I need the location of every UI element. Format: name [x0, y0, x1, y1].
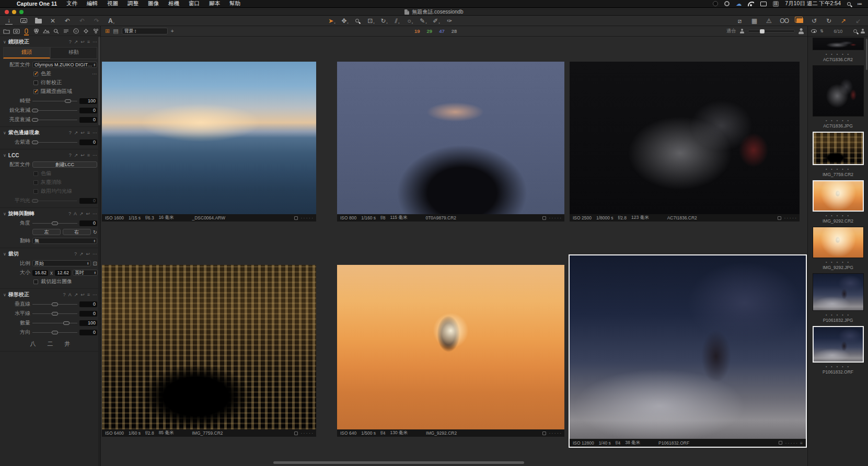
filmstrip-item[interactable]: • • • • • P1061832.ORF [813, 326, 864, 375]
reset-icon[interactable]: ↩ [86, 211, 90, 216]
add-collection-button[interactable]: + [171, 28, 174, 34]
tab-info-icon[interactable] [73, 27, 79, 36]
keystone-cursor-icon[interactable]: ⫽▾ [394, 17, 401, 25]
face-filter-icon[interactable] [860, 29, 865, 33]
lens-tab[interactable]: 鏡頭 [3, 47, 50, 59]
rating-dots[interactable]: · · · · · [300, 215, 313, 220]
menu-window[interactable]: 窗口 [189, 0, 200, 7]
app-menu-title[interactable]: Capture One 11 [17, 1, 57, 7]
proof-view-icon[interactable]: OO [780, 17, 789, 25]
thumbnail-selected[interactable] [813, 326, 864, 363]
lens-profile-dropdown[interactable]: Olympus M.ZUIKO DIGITAL ED 12-1... ▴▾ [32, 62, 97, 68]
spotlight-search-icon[interactable] [847, 2, 851, 6]
filmstrip-item[interactable]: • • • • • IMG_9292.CR2 [813, 180, 864, 224]
light-falloff-slider[interactable] [32, 118, 77, 122]
menu-file[interactable]: 文件 [66, 0, 77, 7]
rating-dots[interactable]: • • • • • [826, 167, 850, 171]
wifi-icon[interactable] [748, 2, 754, 6]
hide-distorted-areas-checkbox[interactable] [33, 89, 38, 94]
export-icon[interactable]: ↗ [840, 17, 847, 25]
defringe-value[interactable]: 0 [79, 139, 97, 145]
rating-dots[interactable]: · · · · · [785, 440, 797, 446]
browser-horizontal-scrollbar[interactable] [273, 461, 524, 464]
crop-cursor-icon[interactable]: ⊡▾ [367, 17, 375, 25]
reset-icon[interactable]: ↩ [80, 292, 85, 297]
delete-image-icon[interactable]: ✕ [49, 17, 56, 25]
pan-cursor-icon[interactable]: ✥▾ [341, 17, 349, 25]
tab-exposure-icon[interactable] [43, 27, 50, 36]
sharpness-falloff-slider[interactable] [32, 108, 77, 113]
rotate-right-icon[interactable]: ↻ [825, 17, 832, 25]
count-orange[interactable]: 19 [414, 28, 420, 34]
open-session-folder-icon[interactable] [34, 17, 42, 25]
rating-dots[interactable]: • • • • • [826, 119, 850, 122]
keystone-horizontal-button[interactable]: 二 [48, 340, 53, 348]
presets-menu-icon[interactable]: ≡ [87, 292, 90, 297]
draw-mask-cursor-icon[interactable]: ✎▾ [420, 17, 427, 25]
thumbnail[interactable] [813, 65, 864, 116]
import-images-icon[interactable]: ↓ [5, 17, 13, 25]
styles-icon[interactable]: A▾ [108, 17, 115, 25]
count-blue[interactable]: 47 [439, 28, 445, 34]
reset-icon[interactable]: ↩ [86, 251, 90, 257]
keystone-amount-value[interactable]: 100 [79, 320, 97, 326]
keystone-aspect-slider[interactable] [32, 330, 77, 335]
undo-icon[interactable]: ↶ [64, 17, 71, 25]
airplay-icon[interactable] [760, 2, 767, 6]
copy-adjustment-icon[interactable]: ↗ [74, 292, 78, 297]
pick-checkbox[interactable] [778, 216, 781, 220]
help-icon[interactable]: ? [69, 130, 72, 135]
help-icon[interactable]: ? [74, 251, 77, 257]
keystone-aspect-value[interactable]: 0 [79, 330, 97, 335]
rating-dots[interactable]: • • • • • [826, 214, 850, 217]
rating-dots[interactable]: • • • • • [826, 313, 850, 317]
movement-tab[interactable]: 移動 [50, 47, 97, 59]
rating-dots[interactable]: • • • • • [826, 260, 850, 264]
rotate-left-button[interactable]: 左 [32, 229, 61, 235]
tab-capture-icon[interactable] [13, 27, 20, 36]
angle-value[interactable]: 0 [79, 220, 97, 226]
rating-dots[interactable]: · · · · · [549, 430, 561, 436]
collapse-chevron-icon[interactable]: ∨ [3, 153, 6, 158]
sharpness-falloff-value[interactable]: 0 [79, 108, 97, 113]
crop-unit-dropdown[interactable]: 英吋 ▴▾ [73, 270, 98, 276]
auto-adjust-icon[interactable]: A [68, 292, 72, 297]
presets-menu-icon[interactable]: ≡ [87, 153, 90, 158]
image-cell[interactable]: ISO 6401/500 sf/4130 毫米 IMG_9292.CR2 · ·… [337, 265, 564, 437]
uniform-light-value[interactable]: 0 [79, 198, 97, 204]
pick-checkbox[interactable] [294, 432, 298, 435]
redo-icon[interactable]: ↷ [93, 17, 100, 25]
angle-slider[interactable] [32, 221, 77, 226]
copy-adjustment-icon[interactable]: ↗ [79, 251, 84, 257]
collapse-chevron-icon[interactable]: ∨ [3, 293, 6, 297]
collapse-chevron-icon[interactable]: ∨ [3, 212, 6, 216]
thumbnail[interactable] [813, 38, 864, 50]
filter-search-icon[interactable] [853, 29, 857, 33]
filmstrip-item[interactable]: • • • • • IMG_9292.JPG [813, 227, 864, 270]
copy-adjustments-icon[interactable] [796, 17, 803, 25]
tab-library-icon[interactable] [3, 27, 10, 36]
heal-cursor-icon[interactable]: ○▾ [407, 17, 414, 25]
image-cell[interactable]: ISO 16001/15 sf/6.316 毫米 _DSC0064.ARW · … [102, 62, 316, 222]
copy-adjustment-icon[interactable]: ↗ [74, 153, 78, 158]
crop-ratio-dropdown[interactable]: 原始 ▴▾ [32, 260, 91, 266]
filmstrip-item[interactable]: • • • • • AC7I1836.JPG [813, 65, 864, 129]
input-method-icon[interactable]: 注 [773, 1, 779, 7]
thumbnail-zoom-slider[interactable] [748, 30, 795, 32]
straighten-tool-icon[interactable]: ↻ [93, 229, 97, 235]
distortion-slider[interactable] [32, 99, 77, 103]
grid-view-icon[interactable]: ⊞ [105, 28, 110, 34]
thumbnail-selected[interactable] [813, 180, 864, 212]
pick-checkbox[interactable] [542, 432, 546, 435]
rating-dots[interactable]: · · · · · [300, 430, 313, 436]
tab-settings-icon[interactable] [83, 27, 89, 36]
caption-menu-icon[interactable]: ≡ [800, 440, 803, 446]
crop-width-field[interactable]: 16.82 [32, 270, 48, 276]
help-icon[interactable]: ? [68, 211, 71, 216]
reset-icon[interactable]: ↩ [80, 130, 85, 135]
tab-metadata-icon[interactable] [63, 27, 70, 36]
exposure-warning-icon[interactable]: ⚠ [765, 17, 772, 25]
rating-dots[interactable]: · · · · · [784, 215, 796, 220]
menu-adjust[interactable]: 調整 [128, 0, 138, 7]
copy-adjustment-icon[interactable]: ↗ [74, 39, 78, 44]
